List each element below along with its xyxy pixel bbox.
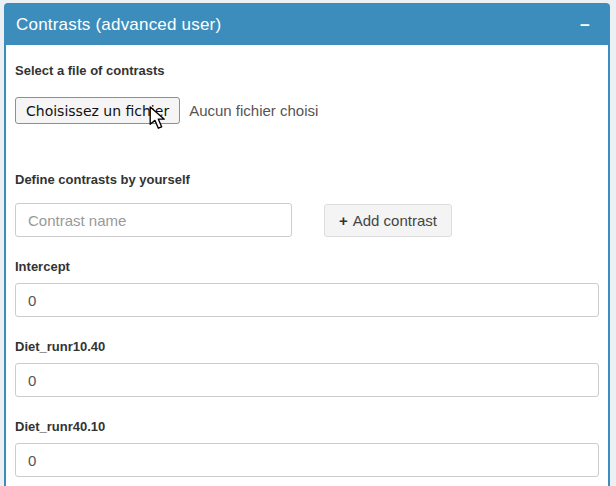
contrast-field-label-intercept: Intercept	[15, 259, 599, 275]
plus-icon: +	[339, 212, 348, 229]
define-section-label: Define contrasts by yourself	[15, 172, 599, 188]
contrast-field-input-diet-runr40-10[interactable]	[15, 443, 599, 477]
choose-file-button[interactable]: Choisissez un fichier	[15, 97, 180, 124]
panel-header: Contrasts (advanced user) −	[6, 5, 608, 45]
contrast-field-input-diet-runr10-40[interactable]	[15, 363, 599, 397]
file-input-row: Choisissez un fichier Aucun fichier choi…	[15, 97, 599, 124]
page-background: Contrasts (advanced user) − Select a fil…	[0, 0, 616, 486]
contrast-field-label-diet-runr40-10: Diet_runr40.10	[15, 419, 599, 435]
file-status-text: Aucun fichier choisi	[189, 102, 318, 119]
contrasts-panel: Contrasts (advanced user) − Select a fil…	[4, 3, 610, 486]
contrast-name-row: + Add contrast	[15, 203, 599, 237]
file-section-label: Select a file of contrasts	[15, 63, 599, 79]
add-contrast-button[interactable]: + Add contrast	[324, 204, 452, 237]
panel-body: Select a file of contrasts Choisissez un…	[6, 45, 608, 486]
contrast-field-input-intercept[interactable]	[15, 283, 599, 317]
add-contrast-button-label: Add contrast	[353, 212, 437, 229]
contrast-field-label-diet-runr10-40: Diet_runr10.40	[15, 339, 599, 355]
collapse-minus-icon[interactable]: −	[574, 15, 596, 36]
panel-title: Contrasts (advanced user)	[16, 15, 221, 35]
contrast-name-input[interactable]	[15, 203, 292, 237]
